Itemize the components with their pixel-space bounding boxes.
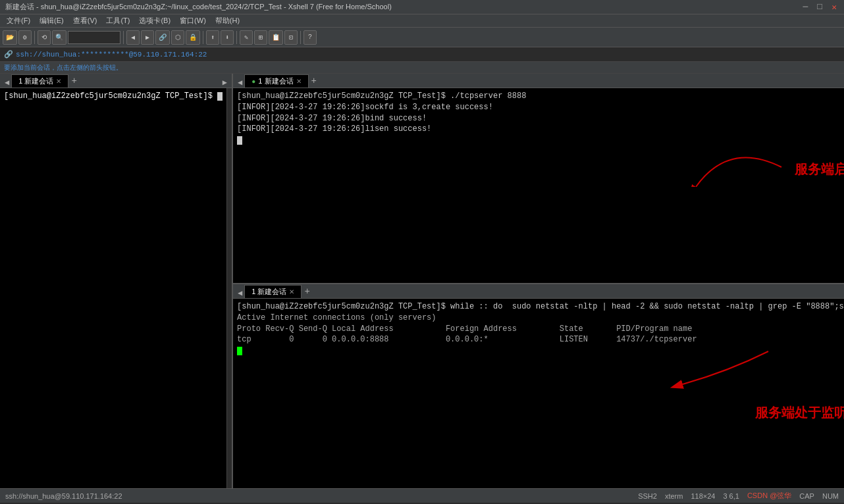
toolbar-search-input[interactable] [68,31,120,44]
toolbar-btn-help[interactable]: ? [303,30,317,45]
menu-edit[interactable]: 编辑(E) [36,15,68,26]
title-bar: 新建会话 - shun_hua@iZ2zebfc5jur5cm0zu2n3gZ:… [0,0,844,14]
left-tab-bar: ◀ 1 新建会话 ✕ + ▶ [0,74,232,88]
address-icon: 🔗 [4,50,13,59]
right-bottom-cursor [237,347,242,355]
right-top-tab-indicator: ● [251,78,255,85]
close-button[interactable]: ✕ [830,2,839,13]
menu-window[interactable]: 窗口(W) [176,15,210,26]
address-text: ssh://shun_hua:***********@59.110.171.16… [16,51,207,59]
right-top-tab-add[interactable]: + [309,74,319,88]
toolbar-btn-7[interactable]: 🔗 [155,30,170,45]
toolbar-new-session[interactable]: 📂 [3,30,17,45]
toolbar-btn-8[interactable]: ⬡ [171,30,184,45]
status-brand: CSDN @弦华 [747,491,791,501]
status-bar-left: ssh://shun_hua@59.110.171.164:22 [5,492,122,500]
session-add-bar: 要添加当前会话，点击左侧的箭头按钮。 [0,62,844,74]
left-tab-1-label: 1 新建会话 [18,76,53,86]
status-pos: 3 6,1 [723,492,739,500]
left-tab-right-nav: ▶ [221,78,229,88]
right-top-tab-prev[interactable]: ◀ [236,78,244,88]
right-bottom-terminal[interactable]: [shun_hua@iZ2zebfc5jur5cm0zu2n3gZ TCP_Te… [233,299,844,488]
left-tab-next[interactable]: ▶ [221,78,229,88]
toolbar-btn-9[interactable]: 🔒 [186,30,200,45]
title-bar-controls: ─ □ ✕ [801,2,839,13]
toolbar-btn-14[interactable]: 📋 [269,30,283,45]
right-top-tab-bar: ◀ ● 1 新建会话 ✕ + ▶ [233,74,844,88]
left-cursor [217,92,223,101]
menu-help[interactable]: 帮助(H) [211,15,244,26]
left-terminal-line-1: [shun_hua@iZ2zebfc5jur5cm0zu2n3gZ TCP_Te… [4,91,223,102]
menu-view[interactable]: 查看(V) [69,15,101,26]
title-bar-text: 新建会话 - shun_hua@iZ2zebfc5jur5cm0zu2n3gZ:… [5,2,392,12]
status-num: NUM [822,492,839,500]
toolbar-btn-2[interactable]: ⚙ [18,30,32,45]
right-top-arrow-svg [663,101,795,187]
left-tab-1[interactable]: 1 新建会话 ✕ [11,74,68,88]
left-tab-add[interactable]: + [68,74,79,88]
left-panel: ◀ 1 新建会话 ✕ + ▶ [shun_hua@iZ2zebfc5jur5cm… [0,74,233,488]
toolbar-btn-3[interactable]: ⟲ [38,30,51,45]
left-tab-1-close[interactable]: ✕ [56,78,61,85]
right-top-terminal-wrapper: [shun_hua@iZ2zebfc5jur5cm0zu2n3gZ TCP_Te… [233,88,844,283]
left-terminal-wrapper: [shun_hua@iZ2zebfc5jur5cm0zu2n3gZ TCP_Te… [0,88,232,488]
status-size: 118×24 [691,492,715,500]
menu-file[interactable]: 文件(F) [3,15,34,26]
status-caps: CAP [799,492,814,500]
toolbar-sep-1 [34,31,35,44]
toolbar-btn-4[interactable]: 🔍 [52,30,66,45]
right-bottom-tab-add[interactable]: + [302,285,312,298]
right-bottom-tab-1-label: 1 新建会话 [251,287,286,297]
right-bottom-tab-1-close[interactable]: ✕ [289,288,294,295]
right-top-annotation-text: 服务端启动成功 [795,161,844,178]
toolbar: 📂 ⚙ ⟲ 🔍 ◀ ▶ 🔗 ⬡ 🔒 ⬆ ⬇ ✎ ⊞ 📋 ⊡ ? [0,28,844,47]
right-top-panel: ◀ ● 1 新建会话 ✕ + ▶ [shun_hua@iZ2zebfc5jur5… [233,74,844,284]
right-top-tab-1-close[interactable]: ✕ [296,78,302,85]
left-prompt: [shun_hua@iZ2zebfc5jur5cm0zu2n3gZ TCP_Te… [4,91,217,101]
right-bottom-tab-bar: ◀ 1 新建会话 ✕ + ▶ [233,284,844,299]
right-bottom-annotation-text: 服务端处于监听状态。 [755,404,844,422]
right-panel: ◀ ● 1 新建会话 ✕ + ▶ [shun_hua@iZ2zebfc5jur5… [233,74,844,488]
right-bottom-line-2: Active Internet connections (only server… [237,313,844,324]
right-bottom-tab-1[interactable]: 1 新建会话 ✕ [244,285,302,298]
status-ssh2: SSH2 [638,492,657,500]
right-bottom-line-1: [shun_hua@iZ2zebfc5jur5cm0zu2n3gZ TCP_Te… [237,301,844,313]
status-bar: ssh://shun_hua@59.110.171.164:22 SSH2 xt… [0,488,844,503]
right-top-cursor [237,136,242,145]
right-bottom-panel: ◀ 1 新建会话 ✕ + ▶ [shun_hua@iZ2zebfc5jur5cm… [233,284,844,488]
status-bar-right: SSH2 xterm 118×24 3 6,1 CSDN @弦华 CAP NUM [638,491,839,501]
left-scrollbar[interactable] [226,88,232,488]
menu-tools[interactable]: 工具(T) [102,15,134,26]
right-bottom-terminal-wrapper: [shun_hua@iZ2zebfc5jur5cm0zu2n3gZ TCP_Te… [233,299,844,488]
toolbar-btn-13[interactable]: ⊞ [254,30,267,45]
toolbar-btn-10[interactable]: ⬆ [206,30,219,45]
left-tab-prev[interactable]: ◀ [3,78,11,88]
address-bar: 🔗 ssh://shun_hua:***********@59.110.171.… [0,47,844,62]
toolbar-btn-6[interactable]: ▶ [141,30,154,45]
right-top-tab-1[interactable]: ● 1 新建会话 ✕ [244,74,308,88]
main-content: ◀ 1 新建会话 ✕ + ▶ [shun_hua@iZ2zebfc5jur5cm… [0,74,844,488]
toolbar-sep-4 [236,31,237,44]
toolbar-btn-12[interactable]: ✎ [240,30,253,45]
right-top-terminal[interactable]: [shun_hua@iZ2zebfc5jur5cm0zu2n3gZ TCP_Te… [233,88,844,283]
toolbar-btn-15[interactable]: ⊡ [284,30,298,45]
toolbar-sep-3 [203,31,203,44]
minimize-button[interactable]: ─ [801,2,810,13]
status-xterm: xterm [665,492,683,500]
maximize-button[interactable]: □ [815,2,824,13]
toolbar-btn-5[interactable]: ◀ [126,30,140,45]
toolbar-btn-11[interactable]: ⬇ [221,30,234,45]
menu-tabs[interactable]: 选项卡(B) [135,15,174,26]
session-add-text: 要添加当前会话，点击左侧的箭头按钮。 [4,63,122,72]
status-ssh-url: ssh://shun_hua@59.110.171.164:22 [5,492,122,500]
right-top-line-1: [shun_hua@iZ2zebfc5jur5cm0zu2n3gZ TCP_Te… [237,91,844,102]
menu-bar: 文件(F) 编辑(E) 查看(V) 工具(T) 选项卡(B) 窗口(W) 帮助(… [0,14,844,28]
toolbar-sep-5 [300,31,301,44]
left-terminal[interactable]: [shun_hua@iZ2zebfc5jur5cm0zu2n3gZ TCP_Te… [0,88,226,488]
right-top-tab-1-label: 1 新建会话 [258,76,293,86]
right-bottom-tab-prev[interactable]: ◀ [236,288,244,298]
toolbar-sep-2 [123,31,124,44]
